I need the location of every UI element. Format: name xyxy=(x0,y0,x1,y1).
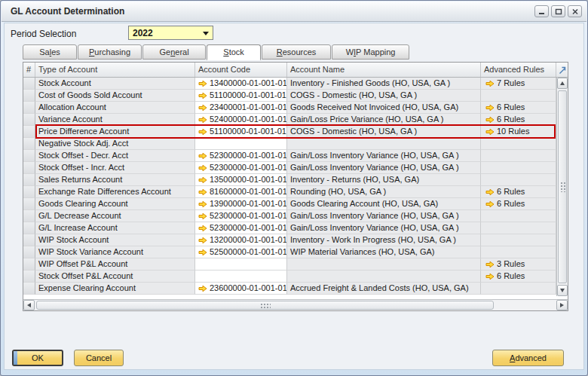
title-bar[interactable]: GL Account Determination xyxy=(2,2,586,22)
link-arrow-icon[interactable] xyxy=(485,200,495,208)
account-code-cell[interactable]: 81600000-01-001-01 xyxy=(195,186,287,198)
row-selector[interactable] xyxy=(23,186,35,198)
row-selector[interactable] xyxy=(23,246,35,258)
row-selector[interactable] xyxy=(23,126,35,138)
horizontal-scrollbar[interactable] xyxy=(23,299,568,310)
tab-wip-mapping[interactable]: WIP Mapping xyxy=(332,44,409,60)
vertical-scroll-track[interactable] xyxy=(557,90,568,284)
advanced-rules-cell[interactable] xyxy=(481,138,556,150)
link-arrow-icon[interactable] xyxy=(485,273,495,280)
link-arrow-icon[interactable] xyxy=(485,128,495,136)
maximize-button[interactable] xyxy=(551,5,565,17)
account-code-cell[interactable]: 52300000-01-001-01 xyxy=(195,222,287,234)
ok-button[interactable]: OK xyxy=(12,350,63,366)
scroll-right-button[interactable] xyxy=(556,300,568,310)
row-selector[interactable] xyxy=(23,271,35,283)
account-code-cell[interactable]: 52300000-01-001-01 xyxy=(195,150,287,162)
row-selector[interactable] xyxy=(23,174,35,186)
account-code-cell[interactable] xyxy=(195,258,287,271)
link-arrow-icon[interactable] xyxy=(485,80,495,87)
advanced-button[interactable]: Advanced xyxy=(492,350,564,366)
row-selector[interactable] xyxy=(23,78,35,90)
link-arrow-icon[interactable] xyxy=(198,249,207,256)
link-arrow-icon[interactable] xyxy=(198,176,207,184)
link-arrow-icon[interactable] xyxy=(198,152,207,160)
expand-grid-button[interactable] xyxy=(556,63,568,77)
account-code-cell[interactable]: 52300000-01-001-01 xyxy=(195,162,287,174)
row-selector[interactable] xyxy=(23,210,35,222)
link-arrow-icon[interactable] xyxy=(198,285,207,292)
account-code-cell[interactable] xyxy=(195,138,287,150)
account-code-cell[interactable] xyxy=(195,271,287,283)
tab-stock[interactable]: Stock xyxy=(207,44,261,60)
row-selector[interactable] xyxy=(23,138,35,150)
cancel-button[interactable]: Cancel xyxy=(74,350,124,366)
link-arrow-icon[interactable] xyxy=(198,92,207,99)
scroll-down-button[interactable] xyxy=(557,285,568,296)
row-selector[interactable] xyxy=(23,222,35,234)
vertical-scroll-thumb[interactable] xyxy=(558,90,567,283)
advanced-rules-cell[interactable]: 6 Rules xyxy=(481,114,556,126)
horizontal-scroll-track[interactable] xyxy=(35,300,556,310)
row-selector[interactable] xyxy=(23,114,35,126)
tab-resources[interactable]: Resources xyxy=(262,44,331,60)
link-arrow-icon[interactable] xyxy=(198,80,207,87)
advanced-rules-cell[interactable]: 6 Rules xyxy=(481,198,556,210)
advanced-rules-cell[interactable]: 3 Rules xyxy=(481,258,556,271)
scroll-left-button[interactable] xyxy=(23,300,35,310)
advanced-rules-cell[interactable]: 10 Rules xyxy=(481,126,556,138)
link-arrow-icon[interactable] xyxy=(485,261,495,268)
link-arrow-icon[interactable] xyxy=(198,164,207,172)
link-arrow-icon[interactable] xyxy=(485,104,495,112)
link-arrow-icon[interactable] xyxy=(198,104,207,112)
account-code-cell[interactable]: 51100000-01-001-01 xyxy=(195,126,287,138)
advanced-rules-cell[interactable]: 6 Rules xyxy=(481,271,556,283)
row-selector[interactable] xyxy=(23,102,35,114)
account-code-cell[interactable]: 52400000-01-001-01 xyxy=(195,114,287,126)
row-selector[interactable] xyxy=(23,234,35,246)
row-selector[interactable] xyxy=(23,283,35,295)
account-code-cell[interactable]: 51100000-01-001-01 xyxy=(195,90,287,102)
account-code-cell[interactable]: 13900000-01-001-01 xyxy=(195,198,287,210)
link-arrow-icon[interactable] xyxy=(485,116,495,124)
link-arrow-icon[interactable] xyxy=(198,200,207,208)
row-selector[interactable] xyxy=(23,258,35,271)
advanced-rules-cell[interactable] xyxy=(481,246,556,258)
account-code-cell[interactable]: 13400000-01-001-01 xyxy=(195,78,287,90)
advanced-rules-cell[interactable]: 6 Rules xyxy=(481,102,556,114)
advanced-rules-cell[interactable] xyxy=(481,222,556,234)
row-selector[interactable] xyxy=(23,162,35,174)
row-selector[interactable] xyxy=(23,150,35,162)
account-code-cell[interactable]: 13200000-01-001-01 xyxy=(195,234,287,246)
link-arrow-icon[interactable] xyxy=(198,225,207,232)
tab-purchasing[interactable]: Purchasing xyxy=(78,44,142,60)
row-selector[interactable] xyxy=(23,90,35,102)
advanced-rules-cell[interactable]: 6 Rules xyxy=(481,186,556,198)
link-arrow-icon[interactable] xyxy=(198,116,207,124)
close-button[interactable] xyxy=(568,5,582,17)
advanced-rules-cell[interactable]: 7 Rules xyxy=(481,78,556,90)
minimize-button[interactable] xyxy=(534,5,549,17)
tab-general[interactable]: General xyxy=(142,44,206,60)
advanced-rules-cell[interactable] xyxy=(481,162,556,174)
scroll-up-button[interactable] xyxy=(557,78,568,89)
account-code-cell[interactable]: 23600000-01-001-01 xyxy=(195,283,287,295)
advanced-rules-cell[interactable] xyxy=(481,234,556,246)
link-arrow-icon[interactable] xyxy=(485,188,495,196)
row-selector[interactable] xyxy=(23,198,35,210)
horizontal-scroll-thumb[interactable] xyxy=(36,301,494,310)
account-code-cell[interactable]: 52300000-01-001-01 xyxy=(195,210,287,222)
advanced-rules-cell[interactable] xyxy=(481,150,556,162)
account-code-cell[interactable]: 13500000-01-001-01 xyxy=(195,174,287,186)
advanced-rules-cell[interactable] xyxy=(481,283,556,295)
link-arrow-icon[interactable] xyxy=(198,212,207,220)
account-code-cell[interactable]: 23400001-01-001-01 xyxy=(195,102,287,114)
advanced-rules-cell[interactable] xyxy=(481,210,556,222)
link-arrow-icon[interactable] xyxy=(198,128,207,136)
tab-sales[interactable]: Sales xyxy=(23,44,77,60)
advanced-rules-cell[interactable] xyxy=(481,174,556,186)
link-arrow-icon[interactable] xyxy=(198,237,207,244)
advanced-rules-cell[interactable] xyxy=(481,90,556,102)
link-arrow-icon[interactable] xyxy=(198,188,207,196)
vertical-scrollbar[interactable] xyxy=(556,78,568,296)
